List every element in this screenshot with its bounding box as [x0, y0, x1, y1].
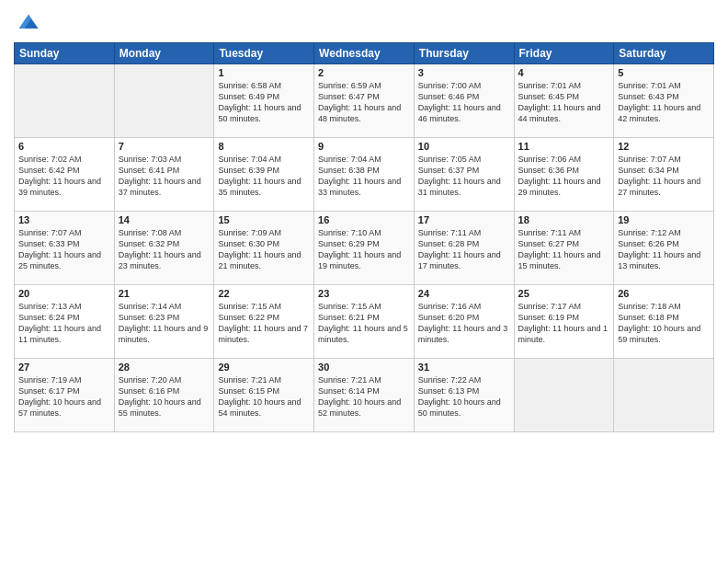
calendar-cell: 17Sunrise: 7:11 AM Sunset: 6:28 PM Dayli…: [414, 212, 514, 285]
calendar-week-0: 1Sunrise: 6:58 AM Sunset: 6:49 PM Daylig…: [15, 64, 714, 138]
calendar-cell: 10Sunrise: 7:05 AM Sunset: 6:37 PM Dayli…: [414, 138, 514, 212]
calendar-cell: 11Sunrise: 7:06 AM Sunset: 6:36 PM Dayli…: [514, 138, 614, 212]
calendar-cell: 23Sunrise: 7:15 AM Sunset: 6:21 PM Dayli…: [314, 285, 415, 359]
cell-text: Sunrise: 7:21 AM Sunset: 6:15 PM Dayligh…: [218, 374, 310, 419]
day-number: 19: [618, 214, 710, 225]
logo-icon: [16, 9, 41, 35]
day-number: 9: [318, 141, 410, 152]
cell-text: Sunrise: 7:04 AM Sunset: 6:38 PM Dayligh…: [318, 154, 410, 199]
calendar-cell: 2Sunrise: 6:59 AM Sunset: 6:47 PM Daylig…: [314, 64, 415, 138]
calendar-cell: 16Sunrise: 7:10 AM Sunset: 6:29 PM Dayli…: [314, 212, 415, 285]
calendar-cell: [514, 359, 614, 432]
cell-text: Sunrise: 7:11 AM Sunset: 6:28 PM Dayligh…: [418, 227, 510, 272]
logo: [14, 9, 41, 35]
calendar-week-1: 6Sunrise: 7:02 AM Sunset: 6:42 PM Daylig…: [15, 138, 714, 212]
day-number: 6: [18, 141, 110, 152]
calendar-body: 1Sunrise: 6:58 AM Sunset: 6:49 PM Daylig…: [15, 64, 714, 432]
cell-text: Sunrise: 7:20 AM Sunset: 6:16 PM Dayligh…: [119, 374, 210, 419]
day-number: 8: [218, 141, 310, 152]
day-number: 15: [218, 214, 310, 225]
day-number: 29: [218, 362, 310, 373]
calendar-cell: 14Sunrise: 7:08 AM Sunset: 6:32 PM Dayli…: [114, 212, 214, 285]
day-number: 24: [418, 288, 510, 299]
cell-text: Sunrise: 7:03 AM Sunset: 6:41 PM Dayligh…: [119, 154, 210, 199]
day-number: 10: [418, 141, 510, 152]
cell-text: Sunrise: 7:02 AM Sunset: 6:42 PM Dayligh…: [18, 154, 110, 199]
cell-text: Sunrise: 7:15 AM Sunset: 6:21 PM Dayligh…: [318, 301, 410, 346]
cell-text: Sunrise: 7:07 AM Sunset: 6:33 PM Dayligh…: [18, 227, 110, 272]
calendar-cell: 7Sunrise: 7:03 AM Sunset: 6:41 PM Daylig…: [114, 138, 214, 212]
cell-text: Sunrise: 7:21 AM Sunset: 6:14 PM Dayligh…: [318, 374, 410, 419]
day-number: 17: [418, 214, 510, 225]
cell-text: Sunrise: 7:22 AM Sunset: 6:13 PM Dayligh…: [418, 374, 510, 419]
cell-text: Sunrise: 7:13 AM Sunset: 6:24 PM Dayligh…: [18, 301, 110, 346]
calendar-cell: [614, 359, 714, 432]
calendar-cell: 6Sunrise: 7:02 AM Sunset: 6:42 PM Daylig…: [15, 138, 115, 212]
calendar-cell: 3Sunrise: 7:00 AM Sunset: 6:46 PM Daylig…: [414, 64, 514, 138]
calendar: SundayMondayTuesdayWednesdayThursdayFrid…: [14, 42, 714, 432]
day-number: 13: [18, 214, 110, 225]
calendar-cell: 19Sunrise: 7:12 AM Sunset: 6:26 PM Dayli…: [614, 212, 714, 285]
day-number: 11: [518, 141, 610, 152]
day-number: 16: [318, 214, 410, 225]
day-number: 30: [318, 362, 410, 373]
cell-text: Sunrise: 7:05 AM Sunset: 6:37 PM Dayligh…: [418, 154, 510, 199]
calendar-cell: 13Sunrise: 7:07 AM Sunset: 6:33 PM Dayli…: [15, 212, 115, 285]
cell-text: Sunrise: 7:06 AM Sunset: 6:36 PM Dayligh…: [518, 154, 610, 199]
page: SundayMondayTuesdayWednesdayThursdayFrid…: [0, 0, 728, 563]
day-number: 28: [119, 362, 210, 373]
day-number: 1: [218, 67, 310, 78]
calendar-cell: 1Sunrise: 6:58 AM Sunset: 6:49 PM Daylig…: [214, 64, 314, 138]
cell-text: Sunrise: 7:14 AM Sunset: 6:23 PM Dayligh…: [119, 301, 210, 346]
calendar-cell: 8Sunrise: 7:04 AM Sunset: 6:39 PM Daylig…: [214, 138, 314, 212]
calendar-header: SundayMondayTuesdayWednesdayThursdayFrid…: [15, 43, 714, 64]
calendar-week-2: 13Sunrise: 7:07 AM Sunset: 6:33 PM Dayli…: [15, 212, 714, 285]
day-number: 4: [518, 67, 610, 78]
weekday-header-tuesday: Tuesday: [214, 43, 314, 64]
calendar-week-3: 20Sunrise: 7:13 AM Sunset: 6:24 PM Dayli…: [15, 285, 714, 359]
weekday-header-saturday: Saturday: [614, 43, 714, 64]
day-number: 18: [518, 214, 610, 225]
calendar-cell: 4Sunrise: 7:01 AM Sunset: 6:45 PM Daylig…: [514, 64, 614, 138]
calendar-cell: 22Sunrise: 7:15 AM Sunset: 6:22 PM Dayli…: [214, 285, 314, 359]
weekday-header-sunday: Sunday: [15, 43, 115, 64]
calendar-cell: 15Sunrise: 7:09 AM Sunset: 6:30 PM Dayli…: [214, 212, 314, 285]
cell-text: Sunrise: 7:12 AM Sunset: 6:26 PM Dayligh…: [618, 227, 710, 272]
day-number: 27: [18, 362, 110, 373]
cell-text: Sunrise: 7:09 AM Sunset: 6:30 PM Dayligh…: [218, 227, 310, 272]
cell-text: Sunrise: 7:19 AM Sunset: 6:17 PM Dayligh…: [18, 374, 110, 419]
cell-text: Sunrise: 7:01 AM Sunset: 6:43 PM Dayligh…: [618, 80, 710, 125]
calendar-week-4: 27Sunrise: 7:19 AM Sunset: 6:17 PM Dayli…: [15, 359, 714, 432]
day-number: 20: [18, 288, 110, 299]
calendar-cell: 25Sunrise: 7:17 AM Sunset: 6:19 PM Dayli…: [514, 285, 614, 359]
calendar-cell: 5Sunrise: 7:01 AM Sunset: 6:43 PM Daylig…: [614, 64, 714, 138]
day-number: 25: [518, 288, 610, 299]
calendar-cell: 27Sunrise: 7:19 AM Sunset: 6:17 PM Dayli…: [15, 359, 115, 432]
cell-text: Sunrise: 7:18 AM Sunset: 6:18 PM Dayligh…: [618, 301, 710, 346]
calendar-cell: 30Sunrise: 7:21 AM Sunset: 6:14 PM Dayli…: [314, 359, 415, 432]
weekday-header-friday: Friday: [514, 43, 614, 64]
day-number: 7: [119, 141, 210, 152]
calendar-cell: 12Sunrise: 7:07 AM Sunset: 6:34 PM Dayli…: [614, 138, 714, 212]
calendar-cell: 9Sunrise: 7:04 AM Sunset: 6:38 PM Daylig…: [314, 138, 415, 212]
calendar-cell: 21Sunrise: 7:14 AM Sunset: 6:23 PM Dayli…: [114, 285, 214, 359]
weekday-header-monday: Monday: [114, 43, 214, 64]
day-number: 22: [218, 288, 310, 299]
cell-text: Sunrise: 7:17 AM Sunset: 6:19 PM Dayligh…: [518, 301, 610, 346]
calendar-cell: 29Sunrise: 7:21 AM Sunset: 6:15 PM Dayli…: [214, 359, 314, 432]
weekday-header-wednesday: Wednesday: [314, 43, 415, 64]
weekday-header-thursday: Thursday: [414, 43, 514, 64]
calendar-cell: [114, 64, 214, 138]
header: [14, 9, 714, 35]
cell-text: Sunrise: 7:00 AM Sunset: 6:46 PM Dayligh…: [418, 80, 510, 125]
cell-text: Sunrise: 6:58 AM Sunset: 6:49 PM Dayligh…: [218, 80, 310, 125]
calendar-cell: 24Sunrise: 7:16 AM Sunset: 6:20 PM Dayli…: [414, 285, 514, 359]
cell-text: Sunrise: 7:01 AM Sunset: 6:45 PM Dayligh…: [518, 80, 610, 125]
cell-text: Sunrise: 7:10 AM Sunset: 6:29 PM Dayligh…: [318, 227, 410, 272]
cell-text: Sunrise: 7:16 AM Sunset: 6:20 PM Dayligh…: [418, 301, 510, 346]
cell-text: Sunrise: 7:07 AM Sunset: 6:34 PM Dayligh…: [618, 154, 710, 199]
calendar-cell: 31Sunrise: 7:22 AM Sunset: 6:13 PM Dayli…: [414, 359, 514, 432]
weekday-row: SundayMondayTuesdayWednesdayThursdayFrid…: [15, 43, 714, 64]
calendar-cell: 18Sunrise: 7:11 AM Sunset: 6:27 PM Dayli…: [514, 212, 614, 285]
day-number: 5: [618, 67, 710, 78]
